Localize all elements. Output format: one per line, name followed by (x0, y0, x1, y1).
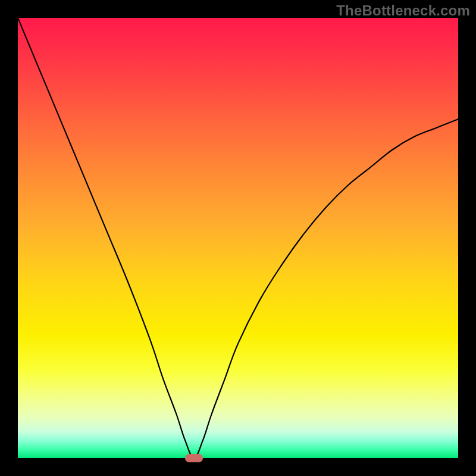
watermark-text: TheBottleneck.com (336, 2, 470, 19)
minimum-marker (185, 454, 203, 462)
chart-frame: TheBottleneck.com (0, 0, 476, 476)
bottleneck-curve (18, 18, 458, 458)
plot-area (18, 18, 458, 458)
